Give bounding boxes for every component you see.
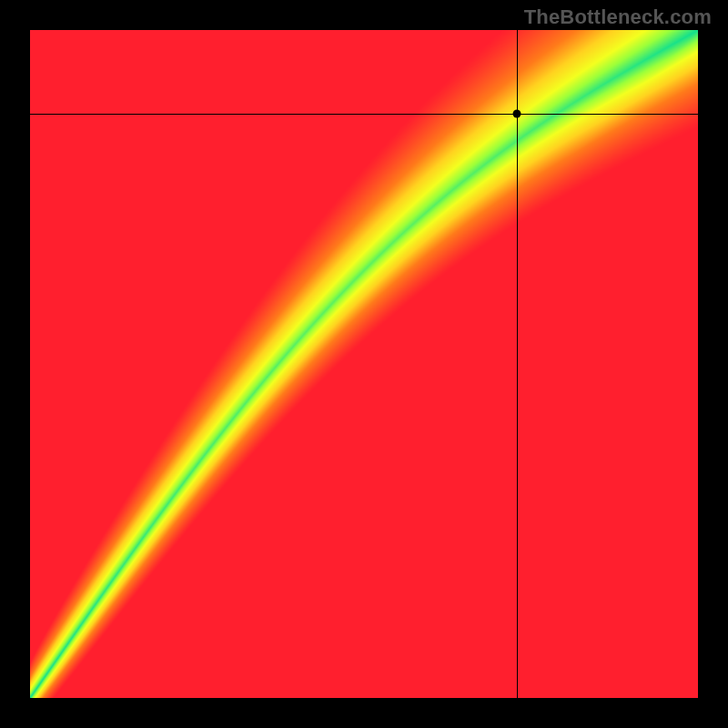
crosshair-vertical xyxy=(517,30,518,698)
heatmap-canvas xyxy=(30,30,698,698)
selection-marker xyxy=(513,109,521,117)
watermark-text: TheBottleneck.com xyxy=(524,5,712,29)
crosshair-horizontal xyxy=(30,114,698,115)
plot-area xyxy=(30,30,698,698)
chart-root: TheBottleneck.com xyxy=(0,0,728,728)
